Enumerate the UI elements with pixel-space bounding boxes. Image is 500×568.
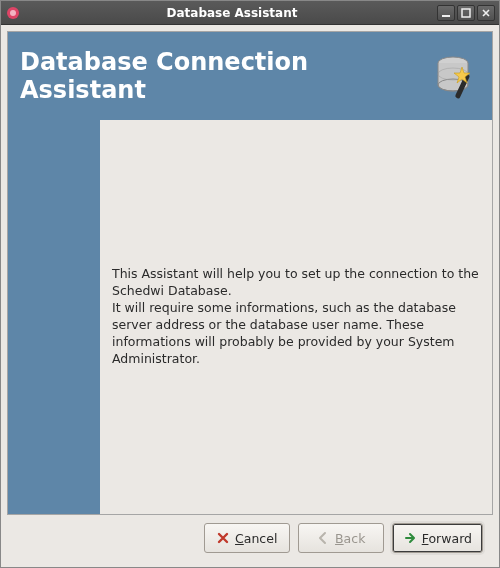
- window-title: Database Assistant: [27, 6, 437, 20]
- app-icon: [5, 5, 21, 21]
- back-button-label: Back: [335, 531, 365, 546]
- assistant-description: This Assistant will help you to set up t…: [100, 120, 492, 514]
- svg-rect-2: [442, 15, 450, 17]
- button-bar: Cancel Back Forward: [7, 515, 493, 561]
- forward-button-label: Forward: [422, 531, 472, 546]
- svg-point-1: [10, 10, 16, 16]
- titlebar: Database Assistant: [1, 1, 499, 25]
- forward-arrow-icon: [403, 531, 417, 545]
- description-paragraph-2: It will require some informations, such …: [112, 300, 480, 368]
- body-area: This Assistant will help you to set up t…: [8, 120, 492, 514]
- minimize-button[interactable]: [437, 5, 455, 21]
- wizard-panel: Database Connection Assistant Th: [7, 31, 493, 515]
- window-controls: [437, 5, 495, 21]
- content-frame: Database Connection Assistant Th: [1, 25, 499, 567]
- description-paragraph-1: This Assistant will help you to set up t…: [112, 266, 480, 300]
- window: Database Assistant Database Connection A…: [0, 0, 500, 568]
- back-arrow-icon: [316, 531, 330, 545]
- database-wizard-icon: [430, 51, 480, 101]
- close-button[interactable]: [477, 5, 495, 21]
- maximize-button[interactable]: [457, 5, 475, 21]
- header-banner: Database Connection Assistant: [8, 32, 492, 120]
- forward-button[interactable]: Forward: [392, 523, 483, 553]
- svg-rect-3: [462, 9, 470, 17]
- page-title: Database Connection Assistant: [20, 48, 420, 104]
- cancel-button[interactable]: Cancel: [204, 523, 290, 553]
- back-button: Back: [298, 523, 384, 553]
- cancel-icon: [216, 531, 230, 545]
- side-stripe: [8, 120, 100, 514]
- cancel-button-label: Cancel: [235, 531, 277, 546]
